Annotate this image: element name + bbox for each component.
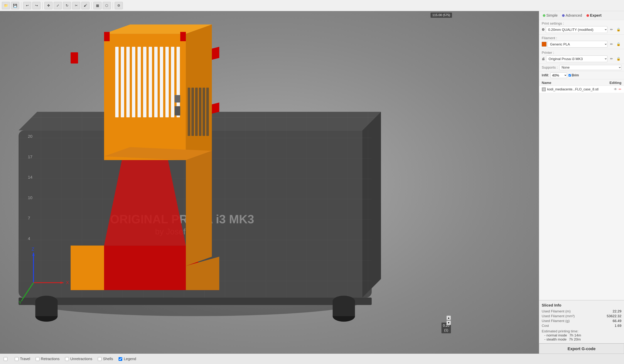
svg-rect-34	[138, 47, 141, 117]
expert-dot	[586, 14, 589, 17]
redo-btn[interactable]: ↪	[32, 2, 41, 9]
brim-control: Brim	[569, 73, 579, 77]
print-settings-icon: ⚙	[542, 27, 545, 32]
layer-up-btn[interactable]: ▲	[446, 315, 451, 320]
object-list-item[interactable]: kodi_mediacente...FLO_case_8.stl 👁 ✏	[539, 86, 624, 93]
statusbar: Travel Retractions Unretractions Shells …	[0, 354, 624, 364]
statusbar-all-checkbox[interactable]	[4, 357, 7, 361]
svg-rect-45	[199, 88, 201, 136]
print-settings-label: Print settings :	[542, 22, 622, 25]
print-settings-lock-btn[interactable]: 🔒	[616, 27, 622, 32]
mode-advanced[interactable]: Advanced	[561, 13, 583, 18]
viewport-svg: 20 17 14 10 7 4 ORIGINAL PRUSA i3 MK3 by…	[0, 11, 539, 354]
sliced-row-0: Used Filament (m) 22.29	[542, 309, 622, 314]
sliced-title: Sliced Info	[542, 303, 622, 307]
svg-rect-43	[191, 88, 194, 136]
sliced-row-2: Used Filament (g) 66.49	[542, 318, 622, 323]
layer-down-btn[interactable]: ▼	[446, 320, 451, 325]
orient-btn[interactable]: ⬡	[103, 2, 111, 9]
mode-expert[interactable]: Expert	[585, 13, 603, 18]
viewport[interactable]: 115.00 (575)	[0, 11, 539, 354]
object-edit-btn[interactable]: ✏	[619, 87, 622, 91]
svg-rect-44	[195, 88, 198, 136]
statusbar-item-travel[interactable]: Travel	[15, 357, 30, 361]
settings-btn[interactable]: ⚙	[115, 2, 123, 9]
sep3	[91, 2, 92, 9]
brim-checkbox[interactable]	[569, 74, 571, 76]
filament-lock-btn[interactable]: 🔒	[616, 41, 622, 47]
travel-checkbox[interactable]	[15, 357, 19, 361]
print-settings-select[interactable]: 0.20mm QUALITY (modified)	[546, 26, 607, 33]
mode-expert-label: Expert	[590, 13, 601, 18]
paint-btn[interactable]: 🖌	[81, 2, 89, 9]
svg-marker-50	[71, 245, 104, 290]
svg-rect-47	[206, 88, 209, 136]
svg-rect-65	[543, 88, 545, 91]
simple-dot	[543, 14, 546, 17]
printer-select[interactable]: Original Prusa i3 MK3	[546, 55, 607, 62]
retractions-label: Retractions	[41, 357, 59, 361]
cut-btn[interactable]: ✂	[72, 2, 80, 9]
toolbar: 📁 💾 ↩ ↪ ✥ ⤢ ↻ ✂ 🖌 ▦ ⬡ ⚙	[0, 0, 624, 11]
svg-rect-37	[154, 47, 157, 117]
filament-edit-btn[interactable]: ✏	[608, 41, 614, 47]
infill-row: Infill: 40% 10% 20% 100% Brim	[539, 71, 624, 79]
sep2	[42, 2, 43, 9]
unretractions-checkbox[interactable]	[65, 357, 69, 361]
sliced-key-1: Used Filament (mm³)	[542, 314, 575, 318]
svg-text:20: 20	[28, 134, 32, 139]
editing-header: Editing	[610, 81, 622, 85]
undo-btn[interactable]: ↩	[23, 2, 31, 9]
print-modes: Simple Advanced Expert	[539, 11, 624, 20]
object-list-header: Name Editing	[539, 79, 624, 86]
shells-checkbox[interactable]	[98, 357, 102, 361]
rotate-btn[interactable]: ↻	[63, 2, 71, 9]
svg-text:7: 7	[28, 216, 30, 220]
stealth-mode-row: - stealth mode 7h 20m	[542, 337, 622, 341]
svg-text:10: 10	[28, 195, 32, 200]
object-visibility-btn[interactable]: 👁	[614, 87, 617, 91]
retractions-checkbox[interactable]	[36, 357, 39, 361]
svg-rect-19	[35, 301, 58, 316]
stealth-mode-time: 7h 20m	[569, 337, 581, 341]
printer-edit-btn[interactable]: ✏	[608, 56, 614, 62]
statusbar-item-shells[interactable]: Shells	[98, 357, 113, 361]
svg-text:Y: Y	[19, 300, 22, 305]
svg-rect-29	[180, 32, 186, 41]
print-settings-edit-btn[interactable]: ✏	[608, 27, 614, 32]
export-gcode-btn[interactable]: Export G-code	[539, 343, 624, 354]
statusbar-item-legend[interactable]: Legend	[119, 357, 136, 361]
statusbar-item-unretractions[interactable]: Unretractions	[65, 357, 92, 361]
unretractions-label: Unretractions	[70, 357, 92, 361]
svg-text:X: X	[66, 280, 69, 285]
sliced-row-3: Cost 1.69	[542, 323, 622, 328]
printer-lock-btn[interactable]: 🔒	[616, 56, 622, 62]
filament-section: Filament : Generic PLA ✏ 🔒	[539, 35, 624, 49]
supports-label: Supports :	[542, 65, 558, 70]
move-btn[interactable]: ✥	[44, 2, 52, 9]
filament-select[interactable]: Generic PLA	[548, 41, 607, 48]
svg-rect-39	[165, 47, 169, 117]
legend-checkbox[interactable]	[119, 357, 122, 361]
svg-rect-52	[71, 52, 78, 63]
sliced-val-2: 66.49	[613, 319, 622, 323]
svg-rect-42	[188, 88, 190, 136]
arrange-btn[interactable]: ▦	[93, 2, 102, 9]
estimated-label: Estimated printing time:	[542, 329, 622, 333]
svg-rect-46	[203, 88, 205, 136]
save-btn[interactable]: 💾	[11, 2, 19, 9]
name-header: Name	[542, 81, 551, 85]
scale-btn[interactable]: ⤢	[54, 2, 62, 9]
infill-select[interactable]: 40% 10% 20% 100%	[550, 73, 567, 78]
filament-label: Filament :	[542, 36, 622, 40]
supports-row: Supports : None	[539, 64, 624, 71]
add-file-btn[interactable]: 📁	[2, 2, 10, 9]
filament-color-swatch[interactable]	[542, 42, 546, 47]
stealth-mode-label: - stealth mode	[544, 337, 567, 341]
sep4	[113, 2, 113, 9]
printer-icon: 🖨	[542, 57, 545, 61]
supports-select[interactable]: None	[559, 65, 622, 70]
sliced-key-3: Cost	[542, 324, 549, 328]
statusbar-item-retractions[interactable]: Retractions	[36, 357, 59, 361]
mode-simple[interactable]: Simple	[541, 13, 559, 18]
